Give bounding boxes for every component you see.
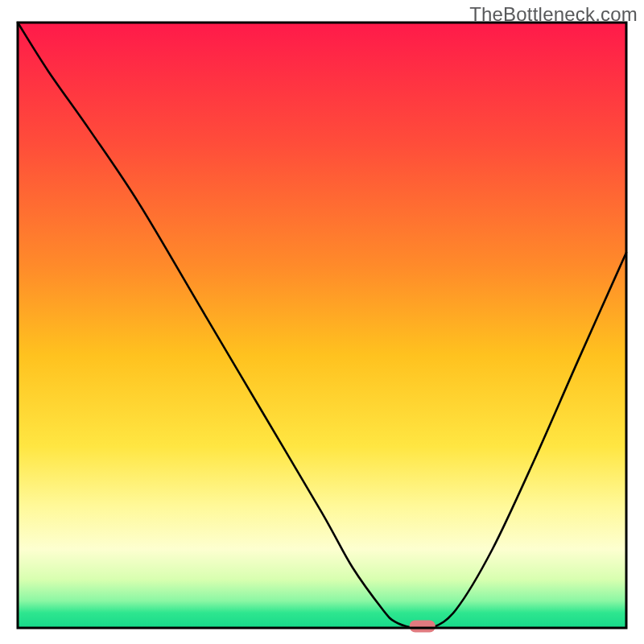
optimal-marker <box>410 621 436 633</box>
watermark-text: TheBottleneck.com <box>469 3 638 26</box>
plot-background <box>18 23 626 628</box>
chart-container: TheBottleneck.com <box>0 0 644 644</box>
chart-svg <box>0 0 644 644</box>
